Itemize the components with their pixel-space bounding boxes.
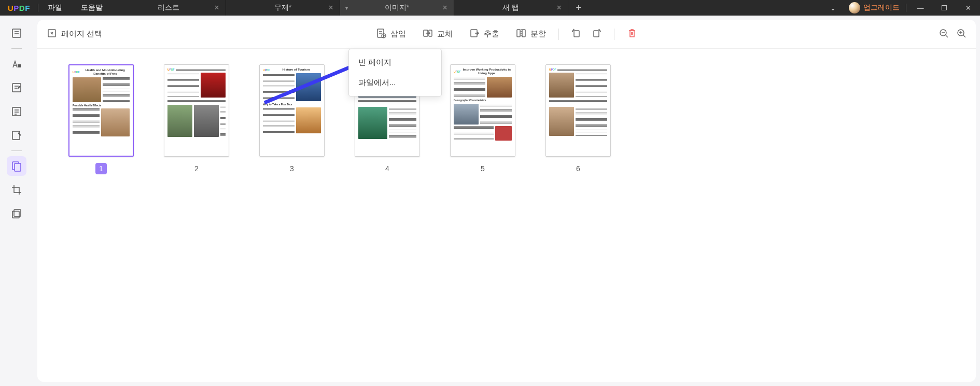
page-number: 1	[95, 163, 107, 174]
menu-help[interactable]: 도움말	[72, 3, 112, 12]
toolbar-right	[939, 28, 967, 40]
thumbnails-area: UPDFHealth and Mood-Boosting Benefits of…	[37, 49, 976, 382]
split-label: 분할	[530, 29, 546, 39]
minimize-icon[interactable]: —	[908, 0, 932, 16]
titlebar: UPDF 파일 도움말 리스트 × 무제* × ▾ 이미지* × 새 탭 × +…	[0, 0, 980, 16]
page-number: 6	[572, 163, 584, 174]
close-icon[interactable]: ×	[557, 3, 562, 12]
separator	[11, 48, 22, 49]
page-number: 4	[382, 163, 393, 174]
menu-file[interactable]: 파일	[38, 3, 72, 12]
select-page-label: 페이지 선택	[61, 29, 102, 39]
form-tool-icon[interactable]	[7, 102, 26, 121]
tab-image[interactable]: ▾ 이미지* ×	[340, 0, 454, 16]
thumb-title: Improve Working Productivity in Using Ap…	[462, 68, 512, 75]
separator	[906, 4, 906, 12]
upgrade-button[interactable]: 업그레이드	[845, 2, 904, 13]
left-sidebar	[0, 16, 33, 386]
pin-icon: ▾	[345, 5, 348, 11]
page-number: 3	[286, 163, 298, 174]
svg-rect-0	[12, 29, 21, 37]
window-controls: ⌄ 업그레이드 — ❐ ✕	[821, 0, 980, 16]
svg-rect-3	[18, 64, 21, 67]
tab-label: 새 탭	[502, 3, 519, 12]
delete-button[interactable]	[627, 28, 637, 40]
svg-rect-9	[12, 131, 20, 140]
svg-rect-27	[574, 31, 579, 37]
content-area: 페이지 선택 삽입 교체 추출	[37, 20, 976, 382]
thumb-col: UPDF 2	[164, 64, 229, 174]
tab-untitled[interactable]: 무제* ×	[226, 0, 340, 16]
replace-button[interactable]: 교체	[423, 28, 453, 40]
insert-label: 삽입	[390, 29, 406, 39]
page-number: 5	[477, 163, 488, 174]
upgrade-label: 업그레이드	[863, 3, 900, 12]
batch-tool-icon[interactable]	[7, 204, 26, 224]
zoom-out-button[interactable]	[939, 28, 949, 40]
rotate-left-button[interactable]	[571, 28, 582, 40]
thumb-title: History of Tourism	[271, 68, 321, 72]
thumbnails-grid: UPDFHealth and Mood-Boosting Benefits of…	[68, 64, 955, 174]
thumb-subtitle: Possible Health Effects	[73, 104, 130, 107]
tab-new[interactable]: 새 탭 ×	[454, 0, 568, 16]
center-tools: 삽입 교체 추출 분할	[376, 28, 637, 40]
close-icon[interactable]: ×	[329, 3, 333, 12]
separator	[614, 29, 614, 40]
sign-tool-icon[interactable]	[7, 126, 26, 145]
thumb-title: Health and Mood-Boosting Benefits of Pet…	[81, 68, 130, 76]
rotate-right-button[interactable]	[591, 28, 601, 40]
thumb-col: UPDFHealth and Mood-Boosting Benefits of…	[68, 64, 134, 174]
thumb-col: UPDFHistory of Tourism Why to Take a Pis…	[259, 64, 325, 174]
reader-tool-icon[interactable]	[7, 23, 26, 43]
separator	[558, 29, 559, 40]
insert-button[interactable]: 삽입	[376, 28, 406, 40]
tab-label: 이미지*	[385, 3, 409, 12]
svg-rect-12	[12, 211, 19, 218]
dropdown-from-file[interactable]: 파일에서...	[349, 73, 441, 93]
svg-rect-25	[522, 30, 525, 37]
svg-rect-11	[15, 163, 21, 171]
extract-label: 추출	[484, 29, 499, 39]
close-icon[interactable]: ×	[215, 3, 219, 12]
tab-label: 무제*	[274, 3, 291, 12]
select-page-button[interactable]: 페이지 선택	[47, 28, 102, 40]
chevron-down-icon[interactable]: ⌄	[821, 0, 845, 16]
separator	[11, 150, 22, 151]
avatar	[849, 2, 860, 13]
tab-label: 리스트	[158, 3, 179, 12]
svg-line-33	[963, 35, 965, 37]
organize-pages-tool-icon[interactable]	[7, 156, 26, 176]
extract-button[interactable]: 추출	[469, 28, 499, 40]
app-body: 페이지 선택 삽입 교체 추출	[0, 16, 980, 386]
document-tabs: 리스트 × 무제* × ▾ 이미지* × 새 탭 × +	[112, 0, 821, 16]
svg-rect-13	[14, 210, 21, 216]
edit-tool-icon[interactable]	[7, 78, 26, 98]
thumb-col: UPDF 6	[545, 64, 611, 174]
thumb-subtitle: Why to Take a Pisa Tour	[263, 103, 321, 106]
svg-rect-4	[12, 84, 21, 92]
crop-tool-icon[interactable]	[7, 180, 26, 200]
add-tab-button[interactable]: +	[568, 0, 589, 16]
restore-icon[interactable]: ❐	[932, 0, 956, 16]
app-logo: UPDF	[0, 4, 38, 12]
svg-line-30	[946, 35, 948, 37]
close-window-icon[interactable]: ✕	[956, 0, 980, 16]
annotate-tool-icon[interactable]	[7, 54, 26, 74]
page-thumbnail-6[interactable]: UPDF	[545, 64, 611, 157]
svg-rect-28	[594, 31, 599, 37]
tab-list[interactable]: 리스트 ×	[112, 0, 226, 16]
page-toolbar: 페이지 선택 삽입 교체 추출	[37, 20, 976, 49]
zoom-in-button[interactable]	[956, 28, 967, 40]
replace-label: 교체	[437, 29, 453, 39]
thumb-subtitle: Demographic Characteristics	[454, 99, 512, 102]
close-icon[interactable]: ×	[443, 3, 447, 12]
page-thumbnail-2[interactable]: UPDF	[164, 64, 229, 157]
split-button[interactable]: 분할	[516, 28, 546, 40]
page-thumbnail-3[interactable]: UPDFHistory of Tourism Why to Take a Pis…	[259, 64, 325, 157]
page-number: 2	[191, 163, 202, 174]
svg-rect-24	[517, 30, 520, 37]
page-thumbnail-5[interactable]: UPDFImprove Working Productivity in Usin…	[450, 64, 515, 157]
insert-dropdown: 빈 페이지 파일에서...	[348, 49, 442, 96]
page-thumbnail-1[interactable]: UPDFHealth and Mood-Boosting Benefits of…	[68, 64, 134, 157]
dropdown-blank-page[interactable]: 빈 페이지	[349, 52, 441, 73]
